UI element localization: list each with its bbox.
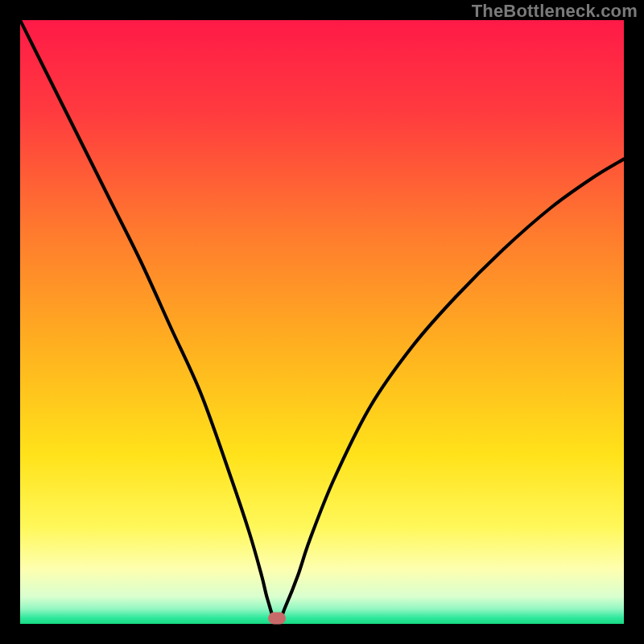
chart-container: TheBottleneck.com (0, 0, 644, 644)
plot-area (20, 20, 624, 624)
curve-layer (20, 20, 624, 624)
bottleneck-curve (20, 20, 624, 624)
optimal-point-marker (268, 612, 286, 624)
watermark-text: TheBottleneck.com (472, 1, 638, 22)
